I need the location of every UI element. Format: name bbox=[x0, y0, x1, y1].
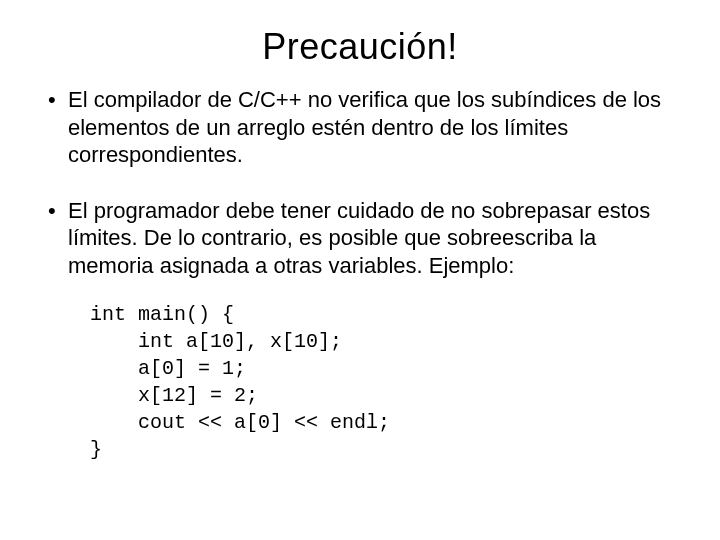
list-item: El compilador de C/C++ no verifica que l… bbox=[44, 86, 676, 169]
list-item: El programador debe tener cuidado de no … bbox=[44, 197, 676, 280]
bullet-text: El compilador de C/C++ no verifica que l… bbox=[68, 87, 661, 167]
bullet-text: El programador debe tener cuidado de no … bbox=[68, 198, 650, 278]
code-block: int main() { int a[10], x[10]; a[0] = 1;… bbox=[90, 301, 676, 463]
slide-title: Precaución! bbox=[44, 26, 676, 68]
slide: Precaución! El compilador de C/C++ no ve… bbox=[0, 0, 720, 540]
bullet-list: El compilador de C/C++ no verifica que l… bbox=[44, 86, 676, 279]
